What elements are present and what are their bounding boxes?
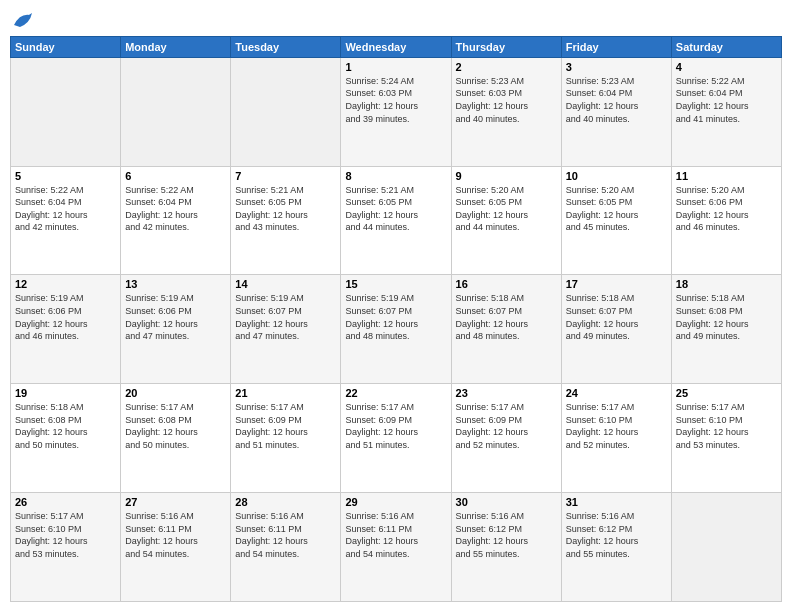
day-number: 13 (125, 278, 226, 290)
day-number: 18 (676, 278, 777, 290)
calendar-cell: 30Sunrise: 5:16 AM Sunset: 6:12 PM Dayli… (451, 493, 561, 602)
day-detail: Sunrise: 5:22 AM Sunset: 6:04 PM Dayligh… (125, 184, 226, 234)
calendar-week-1: 1Sunrise: 5:24 AM Sunset: 6:03 PM Daylig… (11, 57, 782, 166)
logo-bird-icon (12, 11, 34, 29)
day-detail: Sunrise: 5:18 AM Sunset: 6:08 PM Dayligh… (15, 401, 116, 451)
day-number: 17 (566, 278, 667, 290)
day-detail: Sunrise: 5:23 AM Sunset: 6:04 PM Dayligh… (566, 75, 667, 125)
calendar-cell: 11Sunrise: 5:20 AM Sunset: 6:06 PM Dayli… (671, 166, 781, 275)
day-detail: Sunrise: 5:20 AM Sunset: 6:06 PM Dayligh… (676, 184, 777, 234)
calendar-cell: 6Sunrise: 5:22 AM Sunset: 6:04 PM Daylig… (121, 166, 231, 275)
calendar-cell: 16Sunrise: 5:18 AM Sunset: 6:07 PM Dayli… (451, 275, 561, 384)
day-number: 31 (566, 496, 667, 508)
calendar-cell: 28Sunrise: 5:16 AM Sunset: 6:11 PM Dayli… (231, 493, 341, 602)
day-detail: Sunrise: 5:20 AM Sunset: 6:05 PM Dayligh… (456, 184, 557, 234)
day-detail: Sunrise: 5:16 AM Sunset: 6:11 PM Dayligh… (345, 510, 446, 560)
day-detail: Sunrise: 5:23 AM Sunset: 6:03 PM Dayligh… (456, 75, 557, 125)
day-number: 15 (345, 278, 446, 290)
day-number: 14 (235, 278, 336, 290)
calendar-cell: 17Sunrise: 5:18 AM Sunset: 6:07 PM Dayli… (561, 275, 671, 384)
calendar-cell: 31Sunrise: 5:16 AM Sunset: 6:12 PM Dayli… (561, 493, 671, 602)
day-number: 25 (676, 387, 777, 399)
day-number: 11 (676, 170, 777, 182)
calendar-week-3: 12Sunrise: 5:19 AM Sunset: 6:06 PM Dayli… (11, 275, 782, 384)
logo-text (10, 10, 34, 30)
day-number: 27 (125, 496, 226, 508)
day-number: 6 (125, 170, 226, 182)
day-number: 2 (456, 61, 557, 73)
calendar-week-4: 19Sunrise: 5:18 AM Sunset: 6:08 PM Dayli… (11, 384, 782, 493)
day-detail: Sunrise: 5:17 AM Sunset: 6:10 PM Dayligh… (566, 401, 667, 451)
calendar-cell: 9Sunrise: 5:20 AM Sunset: 6:05 PM Daylig… (451, 166, 561, 275)
calendar-cell: 1Sunrise: 5:24 AM Sunset: 6:03 PM Daylig… (341, 57, 451, 166)
day-detail: Sunrise: 5:17 AM Sunset: 6:10 PM Dayligh… (15, 510, 116, 560)
col-header-tuesday: Tuesday (231, 36, 341, 57)
calendar-cell: 8Sunrise: 5:21 AM Sunset: 6:05 PM Daylig… (341, 166, 451, 275)
day-detail: Sunrise: 5:19 AM Sunset: 6:07 PM Dayligh… (235, 292, 336, 342)
day-number: 3 (566, 61, 667, 73)
day-number: 8 (345, 170, 446, 182)
day-number: 4 (676, 61, 777, 73)
day-detail: Sunrise: 5:18 AM Sunset: 6:07 PM Dayligh… (566, 292, 667, 342)
day-detail: Sunrise: 5:19 AM Sunset: 6:06 PM Dayligh… (125, 292, 226, 342)
day-detail: Sunrise: 5:16 AM Sunset: 6:11 PM Dayligh… (235, 510, 336, 560)
day-detail: Sunrise: 5:19 AM Sunset: 6:06 PM Dayligh… (15, 292, 116, 342)
calendar-cell: 14Sunrise: 5:19 AM Sunset: 6:07 PM Dayli… (231, 275, 341, 384)
day-detail: Sunrise: 5:20 AM Sunset: 6:05 PM Dayligh… (566, 184, 667, 234)
calendar-cell: 26Sunrise: 5:17 AM Sunset: 6:10 PM Dayli… (11, 493, 121, 602)
day-detail: Sunrise: 5:17 AM Sunset: 6:08 PM Dayligh… (125, 401, 226, 451)
header (10, 10, 782, 30)
calendar-cell (231, 57, 341, 166)
calendar-cell: 13Sunrise: 5:19 AM Sunset: 6:06 PM Dayli… (121, 275, 231, 384)
calendar-cell: 20Sunrise: 5:17 AM Sunset: 6:08 PM Dayli… (121, 384, 231, 493)
day-number: 5 (15, 170, 116, 182)
day-number: 16 (456, 278, 557, 290)
calendar-cell: 2Sunrise: 5:23 AM Sunset: 6:03 PM Daylig… (451, 57, 561, 166)
day-detail: Sunrise: 5:21 AM Sunset: 6:05 PM Dayligh… (235, 184, 336, 234)
day-detail: Sunrise: 5:16 AM Sunset: 6:12 PM Dayligh… (456, 510, 557, 560)
day-number: 22 (345, 387, 446, 399)
day-detail: Sunrise: 5:16 AM Sunset: 6:11 PM Dayligh… (125, 510, 226, 560)
calendar-cell: 18Sunrise: 5:18 AM Sunset: 6:08 PM Dayli… (671, 275, 781, 384)
day-number: 1 (345, 61, 446, 73)
day-number: 26 (15, 496, 116, 508)
day-number: 23 (456, 387, 557, 399)
day-detail: Sunrise: 5:22 AM Sunset: 6:04 PM Dayligh… (676, 75, 777, 125)
calendar-cell: 4Sunrise: 5:22 AM Sunset: 6:04 PM Daylig… (671, 57, 781, 166)
day-number: 19 (15, 387, 116, 399)
calendar-cell (11, 57, 121, 166)
day-detail: Sunrise: 5:17 AM Sunset: 6:09 PM Dayligh… (235, 401, 336, 451)
calendar-table: SundayMondayTuesdayWednesdayThursdayFrid… (10, 36, 782, 602)
calendar-cell: 7Sunrise: 5:21 AM Sunset: 6:05 PM Daylig… (231, 166, 341, 275)
col-header-thursday: Thursday (451, 36, 561, 57)
col-header-saturday: Saturday (671, 36, 781, 57)
day-number: 10 (566, 170, 667, 182)
calendar-cell (671, 493, 781, 602)
day-detail: Sunrise: 5:19 AM Sunset: 6:07 PM Dayligh… (345, 292, 446, 342)
calendar-cell: 29Sunrise: 5:16 AM Sunset: 6:11 PM Dayli… (341, 493, 451, 602)
day-detail: Sunrise: 5:24 AM Sunset: 6:03 PM Dayligh… (345, 75, 446, 125)
logo (10, 10, 34, 30)
col-header-sunday: Sunday (11, 36, 121, 57)
calendar-header-row: SundayMondayTuesdayWednesdayThursdayFrid… (11, 36, 782, 57)
day-detail: Sunrise: 5:18 AM Sunset: 6:07 PM Dayligh… (456, 292, 557, 342)
day-detail: Sunrise: 5:17 AM Sunset: 6:10 PM Dayligh… (676, 401, 777, 451)
day-number: 21 (235, 387, 336, 399)
day-number: 7 (235, 170, 336, 182)
day-detail: Sunrise: 5:18 AM Sunset: 6:08 PM Dayligh… (676, 292, 777, 342)
page: SundayMondayTuesdayWednesdayThursdayFrid… (0, 0, 792, 612)
calendar-cell (121, 57, 231, 166)
calendar-cell: 19Sunrise: 5:18 AM Sunset: 6:08 PM Dayli… (11, 384, 121, 493)
day-number: 12 (15, 278, 116, 290)
day-number: 24 (566, 387, 667, 399)
day-detail: Sunrise: 5:17 AM Sunset: 6:09 PM Dayligh… (345, 401, 446, 451)
calendar-cell: 25Sunrise: 5:17 AM Sunset: 6:10 PM Dayli… (671, 384, 781, 493)
day-number: 30 (456, 496, 557, 508)
col-header-monday: Monday (121, 36, 231, 57)
day-detail: Sunrise: 5:22 AM Sunset: 6:04 PM Dayligh… (15, 184, 116, 234)
calendar-cell: 15Sunrise: 5:19 AM Sunset: 6:07 PM Dayli… (341, 275, 451, 384)
calendar-cell: 27Sunrise: 5:16 AM Sunset: 6:11 PM Dayli… (121, 493, 231, 602)
calendar-cell: 10Sunrise: 5:20 AM Sunset: 6:05 PM Dayli… (561, 166, 671, 275)
calendar-week-5: 26Sunrise: 5:17 AM Sunset: 6:10 PM Dayli… (11, 493, 782, 602)
day-number: 9 (456, 170, 557, 182)
